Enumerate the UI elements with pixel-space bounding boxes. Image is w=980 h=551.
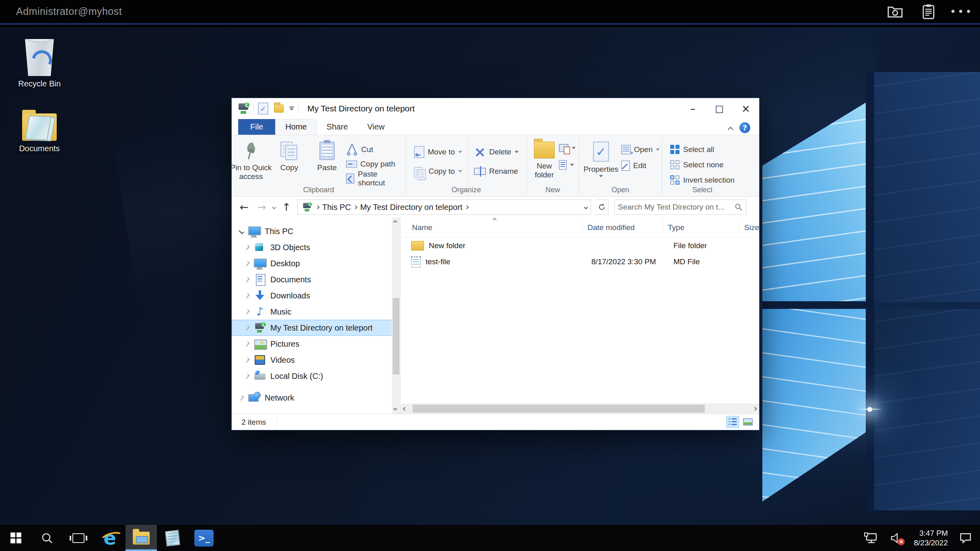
new-item-button[interactable] <box>559 142 576 154</box>
nav-item-music[interactable]: ♪ Music <box>232 304 400 320</box>
open-button[interactable]: Open <box>621 144 660 155</box>
network-tray-icon[interactable] <box>864 532 878 545</box>
column-headers: Name Date modified Type Size <box>401 218 759 238</box>
nav-item-documents[interactable]: Documents <box>232 271 400 288</box>
easy-access-button[interactable] <box>559 159 576 171</box>
taskbar-file-explorer[interactable] <box>126 525 157 551</box>
column-header-name[interactable]: Name <box>401 221 583 234</box>
new-item-icon <box>559 144 568 152</box>
thumbnail-view-button[interactable] <box>741 416 754 428</box>
nav-item-3d-objects[interactable]: 3D Objects <box>232 239 400 255</box>
copy-to-button[interactable]: Copy to <box>414 163 462 179</box>
tab-share[interactable]: Share <box>317 119 358 135</box>
properties-qat-icon[interactable]: ✓ <box>258 103 268 115</box>
nav-item-network[interactable]: Network <box>232 390 400 406</box>
nav-scrollbar[interactable] <box>392 218 400 414</box>
edit-button[interactable]: Edit <box>621 160 660 171</box>
minimize-ribbon-icon[interactable] <box>728 127 733 132</box>
taskbar-powershell[interactable]: >_ <box>188 525 220 551</box>
tab-home[interactable]: Home <box>275 119 317 135</box>
horizontal-scrollbar[interactable] <box>401 403 759 414</box>
tab-view[interactable]: View <box>358 119 394 135</box>
volume-muted-icon[interactable] <box>889 532 903 545</box>
collapse-chevron-icon[interactable] <box>244 309 249 314</box>
rename-button[interactable]: Rename <box>474 163 519 179</box>
start-button[interactable] <box>0 525 31 551</box>
collapse-chevron-icon[interactable] <box>244 261 249 266</box>
invert-selection-button[interactable]: Invert selection <box>670 175 735 186</box>
scroll-down-icon[interactable] <box>393 407 397 411</box>
collapse-chevron-icon[interactable] <box>244 373 249 378</box>
nav-item-videos[interactable]: Videos <box>232 352 400 368</box>
nav-item-this-pc[interactable]: This PC <box>232 223 400 239</box>
details-view-button[interactable] <box>726 416 739 428</box>
taskbar-search-button[interactable] <box>31 525 63 551</box>
delete-button[interactable]: × Delete <box>474 144 519 160</box>
collapse-chevron-icon[interactable] <box>244 245 249 250</box>
cut-button[interactable]: Cut <box>346 144 406 155</box>
scroll-up-icon[interactable] <box>393 220 397 224</box>
scrollbar-thumb[interactable] <box>393 298 399 374</box>
desktop-icon-documents[interactable]: Documents <box>7 113 72 153</box>
search-input[interactable] <box>618 203 735 212</box>
forward-button[interactable]: → <box>255 201 269 213</box>
task-view-button[interactable] <box>63 525 94 551</box>
column-header-date-modified[interactable]: Date modified <box>583 221 663 234</box>
tab-file[interactable]: File <box>238 119 275 135</box>
desktop-icon-label: Recycle Bin <box>7 79 72 88</box>
file-row-test-file[interactable]: test-file 8/17/2022 3:30 PM MD File <box>401 254 759 270</box>
up-button[interactable]: ↑ <box>280 201 293 213</box>
column-header-size[interactable]: Size <box>739 221 759 234</box>
breadcrumb-this-pc[interactable]: This PC <box>322 203 351 212</box>
nav-item-pictures[interactable]: Pictures <box>232 336 400 352</box>
close-button[interactable]: × <box>733 98 759 119</box>
nav-item-desktop[interactable]: Desktop <box>232 255 400 271</box>
more-options-icon[interactable]: ••• <box>953 4 970 20</box>
title-bar[interactable]: ✓ My Test Directory on teleport – □ × <box>232 98 759 119</box>
nav-item-downloads[interactable]: Downloads <box>232 288 400 304</box>
scrollbar-thumb[interactable] <box>413 405 705 413</box>
paste-shortcut-button[interactable]: Paste shortcut <box>346 173 406 184</box>
help-icon[interactable]: ? <box>739 122 750 133</box>
taskbar-internet-explorer[interactable]: e <box>94 525 126 551</box>
desktop-icon-recycle-bin[interactable]: Recycle Bin <box>7 39 72 88</box>
refresh-button[interactable] <box>595 199 609 215</box>
action-center-icon[interactable] <box>958 532 973 545</box>
collapse-chevron-icon[interactable] <box>244 293 249 298</box>
nav-item-my-test-directory[interactable]: My Test Directory on teleport <box>232 320 400 336</box>
recent-locations-icon[interactable] <box>272 205 276 209</box>
folder-qat-icon[interactable] <box>274 105 284 113</box>
column-header-type[interactable]: Type <box>663 221 739 234</box>
collapse-chevron-icon[interactable] <box>244 341 249 346</box>
paste-shortcut-icon <box>346 173 355 184</box>
address-dropdown-icon[interactable] <box>584 205 588 209</box>
scroll-left-icon[interactable] <box>403 407 407 411</box>
select-none-button[interactable]: Select none <box>670 159 735 171</box>
collapse-chevron-icon[interactable] <box>239 395 244 400</box>
wallpaper-window-pane <box>874 72 980 302</box>
taskbar-clock[interactable]: 3:47 PM 8/23/2022 <box>914 528 948 548</box>
ribbon-group-organize: Move to Copy to × Delete <box>406 135 527 196</box>
collapse-chevron-icon[interactable] <box>244 357 249 362</box>
scroll-right-icon[interactable] <box>753 407 757 411</box>
select-all-button[interactable]: Select all <box>670 144 735 155</box>
search-box[interactable] <box>614 199 746 215</box>
file-transfer-icon[interactable] <box>887 4 904 20</box>
nav-item-local-disk[interactable]: Local Disk (C:) <box>232 368 400 384</box>
ribbon-group-open: ✓ Properties Open Edit <box>579 135 662 196</box>
expand-icon[interactable] <box>239 228 244 234</box>
maximize-button[interactable]: □ <box>706 98 733 119</box>
move-to-button[interactable]: Move to <box>414 144 462 160</box>
minimize-button[interactable]: – <box>679 98 706 119</box>
clipboard-icon[interactable] <box>920 4 937 20</box>
customize-qat-dropdown-icon[interactable] <box>289 107 294 111</box>
collapse-chevron-icon[interactable] <box>244 277 249 282</box>
collapse-chevron-icon[interactable] <box>244 325 249 330</box>
back-button[interactable]: ← <box>237 201 251 213</box>
file-row-new-folder[interactable]: New folder File folder <box>401 238 759 254</box>
taskbar-notepad[interactable] <box>157 525 188 551</box>
breadcrumb-current-folder[interactable]: My Test Directory on teleport <box>360 203 462 212</box>
address-bar[interactable]: This PC My Test Directory on teleport <box>297 199 591 215</box>
copy-path-button[interactable]: Copy path <box>346 158 406 170</box>
new-folder-icon <box>534 142 555 158</box>
